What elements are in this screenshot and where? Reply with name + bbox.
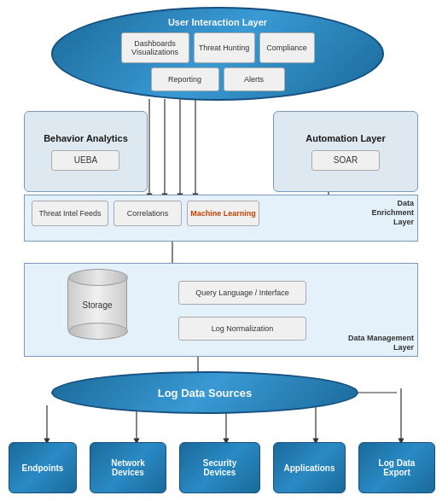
applications-box: Applications bbox=[273, 442, 346, 493]
user-interaction-label: User Interaction Layer bbox=[168, 17, 267, 27]
network-devices-box: NetworkDevices bbox=[90, 442, 166, 493]
diagram: User Interaction Layer DashboardsVisuali… bbox=[0, 0, 448, 501]
endpoints-box: Endpoints bbox=[9, 442, 77, 493]
automation-layer-container: Automation Layer SOAR bbox=[273, 111, 418, 192]
threat-intel-feeds-box: Threat Intel Feeds bbox=[32, 201, 108, 226]
behavior-analytics-container: Behavior Analytics UEBA bbox=[24, 111, 148, 192]
compliance-box: Compliance bbox=[259, 32, 315, 63]
data-enrichment-label: DataEnrichmentLayer bbox=[371, 199, 414, 226]
threat-hunting-box: Threat Hunting bbox=[194, 32, 255, 63]
behavior-analytics-label: Behavior Analytics bbox=[44, 133, 128, 143]
query-language-box: Query Language / Interface bbox=[178, 281, 306, 305]
log-normalization-box: Log Normalization bbox=[178, 317, 306, 341]
storage-cylinder: Storage bbox=[67, 277, 127, 341]
soar-box: SOAR bbox=[311, 150, 380, 171]
data-management-label: Data ManagementLayer bbox=[348, 334, 414, 352]
data-enrichment-layer: Threat Intel Feeds Correlations Machine … bbox=[24, 195, 418, 242]
log-data-export-box: Log DataExport bbox=[358, 442, 435, 493]
log-data-sources: Log Data Sources bbox=[51, 371, 358, 414]
user-interaction-layer: User Interaction Layer DashboardsVisuali… bbox=[51, 7, 384, 101]
automation-layer-label: Automation Layer bbox=[305, 133, 386, 143]
correlations-box: Correlations bbox=[113, 201, 182, 226]
ueba-box: UEBA bbox=[51, 150, 119, 171]
machine-learning-box: Machine Learning bbox=[187, 201, 259, 226]
data-management-layer: Storage Query Language / Interface Log N… bbox=[24, 263, 418, 357]
alerts-box: Alerts bbox=[224, 67, 285, 91]
storage-label: Storage bbox=[67, 300, 127, 310]
security-devices-box: SecurityDevices bbox=[179, 442, 260, 493]
log-data-sources-label: Log Data Sources bbox=[158, 387, 253, 399]
reporting-box: Reporting bbox=[151, 67, 219, 91]
dashboards-box: DashboardsVisualizations bbox=[121, 32, 189, 63]
